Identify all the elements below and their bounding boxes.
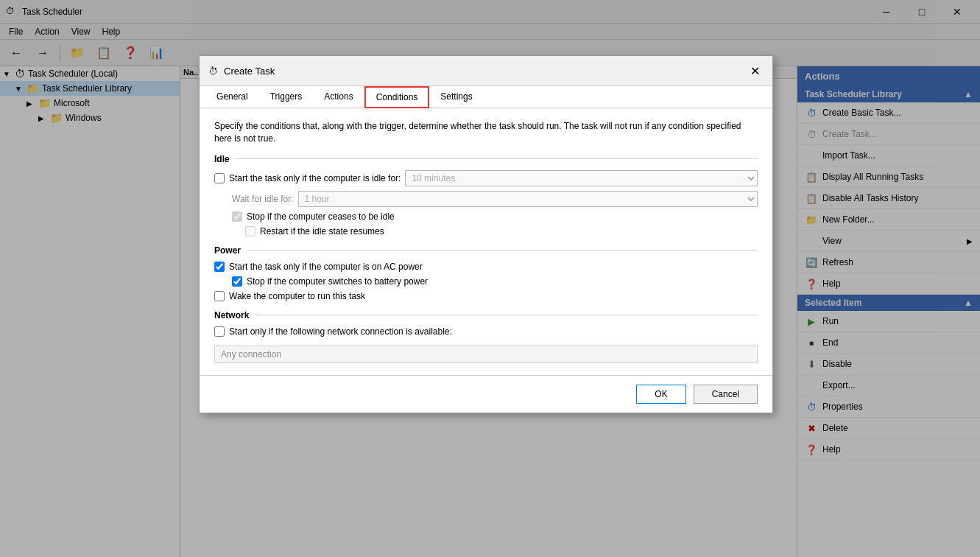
idle-wait-label: Wait for idle for:	[232, 194, 294, 204]
power-ac-label: Start the task only if the computer is o…	[229, 262, 423, 272]
tab-conditions-label: Conditions	[376, 92, 418, 102]
network-section-label: Network	[214, 310, 249, 320]
network-start-checkbox[interactable]	[214, 326, 225, 337]
network-start-row: Start only if the following network conn…	[214, 326, 758, 337]
tab-actions-label: Actions	[324, 91, 353, 102]
tab-triggers-label: Triggers	[270, 91, 303, 102]
idle-wait-row: Wait for idle for: 1 hour	[232, 191, 758, 207]
dialog-title: Create Task	[224, 66, 275, 77]
power-wake-label: Wake the computer to run this task	[229, 291, 365, 301]
tab-settings[interactable]: Settings	[429, 86, 483, 108]
dialog-close-button[interactable]: ✕	[746, 62, 764, 80]
idle-start-checkbox[interactable]	[214, 173, 225, 183]
power-wake-checkbox[interactable]	[214, 291, 225, 301]
tab-general-label: General	[216, 91, 248, 102]
network-start-label: Start only if the following network conn…	[229, 326, 452, 337]
dialog-title-area: ⏱ Create Task	[208, 66, 275, 77]
ok-button[interactable]: OK	[636, 385, 685, 404]
tab-actions[interactable]: Actions	[313, 86, 364, 108]
tab-settings-label: Settings	[440, 91, 472, 102]
power-section-label: Power	[214, 245, 241, 256]
idle-section-label: Idle	[214, 154, 230, 164]
power-battery-checkbox[interactable]	[232, 276, 242, 287]
idle-stop-label: Stop if the computer ceases to be idle	[247, 211, 395, 222]
dialog-overlay: ⏱ Create Task ✕ General Triggers Actions…	[0, 0, 980, 557]
idle-start-row: Start the task only if the computer is i…	[214, 170, 758, 186]
power-ac-checkbox[interactable]	[214, 262, 225, 272]
tab-triggers[interactable]: Triggers	[259, 86, 314, 108]
description-text: Specify the conditions that, along with …	[214, 120, 758, 145]
create-task-dialog: ⏱ Create Task ✕ General Triggers Actions…	[199, 55, 773, 413]
dialog-icon: ⏱	[208, 66, 218, 77]
idle-stop-checkbox[interactable]	[232, 211, 242, 222]
tab-conditions[interactable]: Conditions	[364, 86, 430, 108]
network-connection-input[interactable]	[214, 346, 758, 363]
idle-stop-row: Stop if the computer ceases to be idle	[232, 211, 758, 222]
power-section-header: Power	[214, 245, 758, 256]
idle-restart-checkbox[interactable]	[245, 226, 255, 237]
tab-general[interactable]: General	[205, 86, 259, 108]
idle-section-header: Idle	[214, 154, 758, 164]
dialog-titlebar: ⏱ Create Task ✕	[200, 56, 772, 86]
idle-restart-label: Restart if the idle state resumes	[260, 226, 384, 237]
idle-start-label: Start the task only if the computer is i…	[229, 173, 401, 183]
power-battery-row: Stop if the computer switches to battery…	[232, 276, 758, 287]
power-wake-row: Wake the computer to run this task	[214, 291, 758, 301]
dialog-footer: OK Cancel	[200, 375, 772, 413]
network-section-header: Network	[214, 310, 758, 320]
idle-restart-row: Restart if the idle state resumes	[245, 226, 758, 237]
idle-duration-select[interactable]: 10 minutes	[405, 170, 758, 186]
power-battery-label: Stop if the computer switches to battery…	[247, 276, 428, 287]
dialog-tabs: General Triggers Actions Conditions Sett…	[200, 86, 772, 108]
idle-wait-select[interactable]: 1 hour	[298, 191, 758, 207]
dialog-content: Specify the conditions that, along with …	[200, 108, 772, 375]
power-ac-row: Start the task only if the computer is o…	[214, 262, 758, 272]
cancel-button[interactable]: Cancel	[694, 385, 758, 404]
